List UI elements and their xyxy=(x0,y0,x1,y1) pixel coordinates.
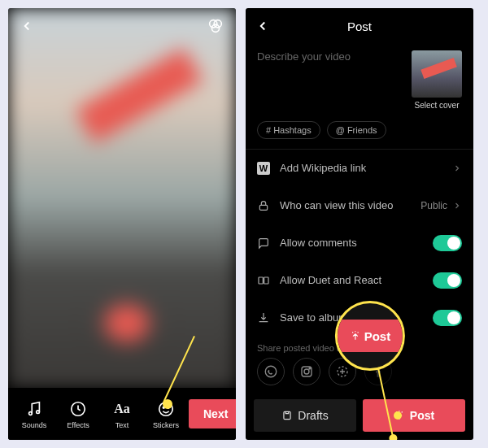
tool-label: Text xyxy=(115,421,129,429)
option-privacy[interactable]: Who can view this video Public xyxy=(246,187,473,224)
post-callout: Post xyxy=(335,301,405,371)
chevron-right-icon xyxy=(452,163,462,173)
wikipedia-icon: W xyxy=(257,162,270,175)
select-cover[interactable]: Select cover xyxy=(412,50,462,110)
duet-icon xyxy=(257,274,270,287)
video-preview[interactable] xyxy=(8,8,236,388)
option-value: Public xyxy=(420,200,447,211)
svg-rect-17 xyxy=(284,411,290,419)
editor-toolbar: Sounds Effects Aa Text Stickers Next xyxy=(8,388,236,440)
svg-point-2 xyxy=(211,24,219,32)
share-instagram[interactable] xyxy=(293,358,320,385)
drafts-label: Drafts xyxy=(298,409,328,422)
text-aa-icon: Aa xyxy=(112,399,132,419)
download-icon xyxy=(257,311,270,324)
next-button[interactable]: Next xyxy=(189,399,236,428)
option-label: Allow Duet and React xyxy=(280,274,381,286)
svg-point-15 xyxy=(309,368,311,370)
svg-rect-11 xyxy=(264,277,268,284)
option-comments[interactable]: Allow comments xyxy=(246,224,473,262)
post-screen: Post Describe your video Select cover # … xyxy=(246,8,473,440)
toggle-switch[interactable] xyxy=(433,235,462,251)
page-title: Post xyxy=(347,20,372,33)
toggle-switch[interactable] xyxy=(433,310,462,326)
editor-screen: Sounds Effects Aa Text Stickers Next xyxy=(8,8,236,440)
option-duet[interactable]: Allow Duet and React xyxy=(246,262,473,299)
option-wiki[interactable]: W Add Wikipedia link xyxy=(246,150,473,187)
svg-rect-9 xyxy=(259,205,267,210)
callout-circle: Post xyxy=(335,301,405,371)
bottom-bar: Drafts Post xyxy=(246,391,473,440)
chevron-right-icon xyxy=(452,201,462,211)
cover-label: Select cover xyxy=(414,101,459,110)
annotation-dot xyxy=(163,399,172,409)
description-row: Describe your video Select cover xyxy=(246,44,473,113)
callout-inner: Post xyxy=(338,320,403,352)
drafts-button[interactable]: Drafts xyxy=(254,399,356,432)
post-button[interactable]: Post xyxy=(363,399,465,432)
svg-point-14 xyxy=(304,369,309,374)
tool-label: Sounds xyxy=(22,421,47,429)
back-icon[interactable] xyxy=(255,19,270,33)
description-input[interactable]: Describe your video xyxy=(257,50,402,110)
svg-point-4 xyxy=(37,410,40,413)
tag-row: # Hashtags @ Friends xyxy=(246,113,473,149)
lock-icon xyxy=(257,199,270,212)
share-whatsapp[interactable] xyxy=(257,358,285,385)
clock-sparkle-icon xyxy=(68,399,88,419)
drafts-icon xyxy=(281,410,293,421)
option-label: Add Wikipedia link xyxy=(280,162,366,174)
svg-point-3 xyxy=(29,411,33,415)
music-note-icon xyxy=(24,399,44,419)
tool-effects[interactable]: Effects xyxy=(57,399,99,429)
cover-thumbnail xyxy=(412,50,462,98)
post-header: Post xyxy=(246,8,473,44)
annotation-dot xyxy=(394,411,402,420)
friends-button[interactable]: @ Friends xyxy=(327,121,386,139)
option-label: Allow comments xyxy=(280,237,357,249)
tool-text[interactable]: Aa Text xyxy=(101,399,143,429)
tool-label: Effects xyxy=(67,421,89,429)
svg-point-12 xyxy=(265,366,277,377)
comment-icon xyxy=(257,237,270,250)
svg-rect-10 xyxy=(259,277,263,284)
option-label: Who can view this video xyxy=(280,199,393,211)
callout-label: Post xyxy=(364,329,391,343)
tool-sounds[interactable]: Sounds xyxy=(13,399,55,429)
tool-label: Stickers xyxy=(153,421,179,429)
editor-topbar xyxy=(8,8,236,44)
toggle-switch[interactable] xyxy=(433,272,462,289)
hashtags-button[interactable]: # Hashtags xyxy=(257,121,320,139)
filters-icon[interactable] xyxy=(207,17,224,35)
back-icon[interactable] xyxy=(20,19,34,33)
sparkle-up-icon xyxy=(350,330,361,341)
svg-point-1 xyxy=(214,20,221,28)
post-label: Post xyxy=(410,409,434,422)
